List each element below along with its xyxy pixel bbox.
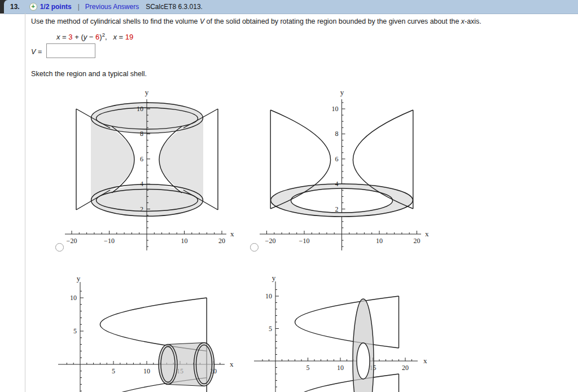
- volume-answer-input[interactable]: [46, 43, 95, 58]
- x-axis-label: x: [423, 356, 427, 365]
- x-axis-label: x: [230, 360, 234, 368]
- statement-text: -axis.: [465, 17, 481, 25]
- y-axis-label: y: [272, 274, 276, 282]
- y-tick-label: 8: [140, 130, 143, 138]
- y-axis-label: y: [340, 88, 344, 96]
- equation: x = 3 + (y − 6)2, x = 19: [56, 32, 133, 41]
- x-tick-label: 20: [218, 237, 225, 245]
- sketch-graph-option-4: 5 10 15 20 5 10 x y: [248, 274, 435, 392]
- x-axis-label: x: [230, 230, 234, 238]
- x-tick-label: 10: [376, 237, 383, 245]
- y-tick-label: 10: [70, 294, 77, 302]
- parabola-mirror-lower: [295, 374, 399, 392]
- statement-text: of the solid obtained by rotating the re…: [204, 17, 461, 25]
- sketch-graph-option-1: −20 −10 10 20 2 4 6 8 10 x y: [54, 83, 243, 254]
- x-tick-label: −10: [104, 237, 115, 245]
- y-tick-label: 8: [335, 130, 339, 138]
- y-tick-label: 2: [335, 205, 339, 213]
- question-header-bar: 13. + 1/2 points | Previous Answers SCal…: [4, 0, 578, 14]
- statement-text: Use the method of cylindrical shells to …: [31, 17, 200, 25]
- eq-op: =: [117, 33, 125, 41]
- x-tick-label: 20: [402, 364, 409, 372]
- sketch-graph-option-3: 5 10 15 20 5 10 x y: [54, 274, 243, 392]
- sketch-option-2-radio[interactable]: [250, 243, 259, 252]
- y-tick-label: 6: [335, 155, 339, 163]
- sketch-graph-option-2: −20 −10 10 20 2 4 6 8 10 x y: [248, 83, 435, 254]
- volume-variable: V: [200, 17, 204, 25]
- eq-number: 19: [125, 33, 133, 41]
- answer-equals: =: [36, 48, 42, 56]
- x-tick-label: 20: [414, 237, 421, 245]
- header-separator: |: [78, 3, 80, 11]
- points-label: 1/2 points: [40, 3, 72, 11]
- x-tick-label: 10: [143, 367, 150, 375]
- x-axis-label: x: [425, 230, 429, 238]
- y-tick-label: 10: [332, 105, 339, 113]
- eq-op: ,: [105, 33, 113, 41]
- previous-answers-link[interactable]: Previous Answers: [85, 3, 139, 11]
- x-tick-label: 10: [181, 237, 188, 245]
- x-tick-label: −20: [265, 237, 276, 245]
- y-tick-label: 10: [137, 105, 143, 113]
- plus-circle-icon: +: [29, 3, 37, 11]
- question-left-border: [25, 13, 25, 392]
- webassign-question-panel: 13. + 1/2 points | Previous Answers SCal…: [0, 0, 578, 392]
- y-axis-label: y: [77, 274, 81, 283]
- eq-op: −: [87, 33, 95, 41]
- y-tick-label: 5: [269, 325, 272, 333]
- y-tick-label: 4: [140, 180, 143, 188]
- eq-op: + (: [73, 33, 84, 41]
- washer-inner-ellipse: [357, 343, 370, 379]
- y-axis-label: y: [145, 88, 149, 96]
- x-tick-label: 5: [112, 367, 115, 375]
- y-tick-label: 2: [140, 205, 143, 213]
- eq-op: =: [60, 33, 69, 41]
- eq-number: 3: [68, 33, 72, 41]
- x-tick-label: −10: [299, 237, 310, 245]
- parabola-upper: [295, 296, 399, 348]
- answer-label: V =: [31, 48, 42, 56]
- problem-statement: Use the method of cylindrical shells to …: [31, 17, 556, 25]
- y-tick-label: 10: [265, 292, 272, 300]
- sketch-option-1-radio[interactable]: [55, 243, 64, 252]
- x-tick-label: −20: [67, 237, 77, 245]
- textbook-reference: SCalcET8 6.3.013.: [146, 3, 203, 11]
- question-number: 13.: [10, 3, 20, 11]
- shell-cylinder-body: [159, 343, 214, 386]
- y-tick-label: 5: [73, 327, 77, 335]
- y-tick-label: 6: [140, 155, 143, 163]
- sketch-prompt: Sketch the region and a typical shell.: [31, 70, 147, 78]
- x-tick-label: 10: [337, 364, 344, 372]
- question-header: 13. + 1/2 points | Previous Answers SCal…: [0, 0, 578, 14]
- x-tick-label: 5: [306, 364, 310, 372]
